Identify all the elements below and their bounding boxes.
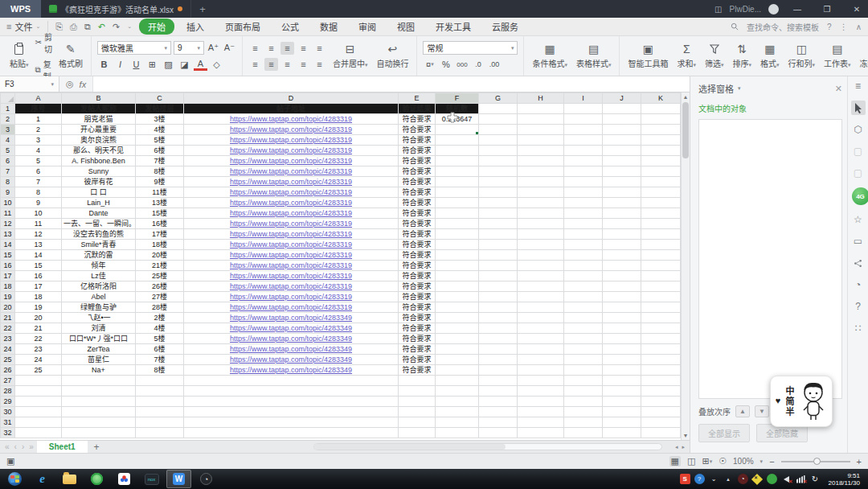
cell-empty[interactable]: [15, 407, 62, 417]
ribbon-tab-视图[interactable]: 视图: [388, 18, 424, 35]
wps-taskbar-button[interactable]: W: [166, 470, 191, 488]
row-header-11[interactable]: 11: [1, 208, 15, 219]
cell-nickname[interactable]: 刘清: [62, 323, 136, 334]
cell-seq[interactable]: 16: [15, 271, 62, 281]
tray-help-icon[interactable]: ?: [694, 474, 705, 484]
drag-handle-icon[interactable]: ≡: [851, 79, 866, 93]
cell-empty[interactable]: [136, 407, 184, 417]
row-header-21[interactable]: 21: [1, 313, 15, 323]
cell-url[interactable]: https://www.taptap.com/topic/4283319: [184, 281, 399, 292]
cell-floor[interactable]: 3楼: [136, 114, 184, 125]
cell-empty[interactable]: [564, 302, 603, 313]
cell-empty[interactable]: [518, 177, 564, 187]
row-header-19[interactable]: 19: [1, 292, 15, 302]
page-layout-view-icon[interactable]: ⊞▾: [702, 456, 712, 466]
cell-url[interactable]: https://www.taptap.com/topic/4283319: [184, 261, 399, 271]
stack-up-button[interactable]: ▲: [735, 405, 750, 417]
cell-nickname[interactable]: 没空去钓鱼的熊: [62, 229, 136, 240]
row-header-3[interactable]: 3: [1, 125, 15, 135]
cut-button[interactable]: ✂剪切: [35, 31, 52, 55]
cell-url[interactable]: https://www.taptap.com/topic/4283319: [184, 271, 399, 281]
cell-nickname[interactable]: 倾年: [62, 261, 136, 271]
zoom-level[interactable]: 100%: [733, 457, 754, 466]
cell-floor[interactable]: 7楼: [136, 355, 184, 365]
cell-empty[interactable]: [564, 208, 603, 219]
row-header-31[interactable]: 31: [1, 417, 15, 428]
cell-empty[interactable]: [564, 397, 603, 407]
cell-seq[interactable]: 17: [15, 281, 62, 292]
cell-empty[interactable]: [603, 250, 641, 261]
cell-empty[interactable]: [603, 397, 641, 407]
cell-url[interactable]: https://www.taptap.com/topic/4283319: [184, 135, 399, 146]
minimize-button[interactable]: —: [786, 0, 809, 18]
cell-empty[interactable]: [641, 135, 681, 146]
zoom-out-button[interactable]: −: [769, 457, 774, 466]
align-center-icon[interactable]: ≡: [264, 58, 278, 71]
cell-random[interactable]: [436, 302, 479, 313]
col-header-K[interactable]: K: [641, 93, 681, 104]
clear-format-button[interactable]: ◇: [210, 58, 223, 71]
cell-nickname[interactable]: Abel: [62, 292, 136, 302]
align-right-icon[interactable]: ≡: [280, 58, 294, 71]
cell-empty[interactable]: [603, 313, 641, 323]
cell-result[interactable]: 符合要求: [399, 323, 436, 334]
cell-empty[interactable]: [603, 355, 641, 365]
cell-nickname[interactable]: 彼岸有花: [62, 177, 136, 187]
header-cell[interactable]: 序号: [15, 104, 62, 114]
row-header-25[interactable]: 25: [1, 355, 15, 365]
ribbon-tab-公式[interactable]: 公式: [272, 18, 308, 35]
cell-empty[interactable]: [518, 250, 564, 261]
col-header-F[interactable]: F: [436, 93, 479, 104]
cell-nickname[interactable]: Smile*青春: [62, 240, 136, 250]
cell-empty[interactable]: [564, 187, 603, 198]
cell-empty[interactable]: [603, 208, 641, 219]
cell-empty[interactable]: [479, 365, 518, 376]
stack-down-button[interactable]: ▼: [755, 405, 769, 417]
cell-empty[interactable]: [479, 281, 518, 292]
cell-url[interactable]: https://www.taptap.com/topic/4283319: [184, 125, 399, 135]
cell-floor[interactable]: 9楼: [136, 177, 184, 187]
topic-link[interactable]: https://www.taptap.com/topic/4283319: [230, 230, 352, 238]
add-sheet-button[interactable]: +: [89, 441, 104, 453]
cell-result[interactable]: 符合要求: [399, 156, 436, 166]
row-header-13[interactable]: 13: [1, 229, 15, 240]
topic-link[interactable]: https://www.taptap.com/topic/4283319: [230, 303, 352, 311]
more-menu-icon[interactable]: ⋮: [840, 23, 848, 31]
scroll-up-icon[interactable]: ▲: [683, 92, 689, 101]
zoom-slider[interactable]: [781, 461, 850, 462]
indent-decrease-icon[interactable]: ≡: [297, 42, 310, 55]
cell-empty[interactable]: [564, 177, 603, 187]
chevron-down-icon[interactable]: ▾: [738, 85, 741, 92]
cell-seq[interactable]: 1: [15, 114, 62, 125]
share-panel-icon[interactable]: [851, 256, 866, 270]
cell-empty[interactable]: [518, 407, 564, 417]
cell-empty[interactable]: [436, 386, 479, 397]
customize-toolbar-icon[interactable]: ⌄: [127, 23, 132, 30]
font-color-button[interactable]: A: [194, 58, 207, 71]
cell-floor[interactable]: 20楼: [136, 250, 184, 261]
rows-cols-button[interactable]: ◫ 行和列▾: [786, 42, 818, 70]
select-all-corner[interactable]: [1, 93, 15, 104]
cell-random[interactable]: [436, 344, 479, 355]
cell-empty[interactable]: [436, 376, 479, 386]
cell-empty[interactable]: [479, 302, 518, 313]
cell-empty[interactable]: [479, 240, 518, 250]
topic-link[interactable]: https://www.taptap.com/topic/4283319: [230, 157, 352, 165]
cell-floor[interactable]: 6楼: [136, 344, 184, 355]
cell-empty[interactable]: [641, 386, 681, 397]
cell-empty[interactable]: [518, 166, 564, 177]
cell-result[interactable]: 符合要求: [399, 219, 436, 229]
cell-empty[interactable]: [564, 313, 603, 323]
topic-link[interactable]: https://www.taptap.com/topic/4283349: [230, 355, 352, 364]
cell-random[interactable]: [436, 135, 479, 146]
cell-random[interactable]: [436, 229, 479, 240]
cell-empty[interactable]: [564, 355, 603, 365]
cell-random[interactable]: [436, 250, 479, 261]
cell-floor[interactable]: 6楼: [136, 146, 184, 156]
cell-url[interactable]: https://www.taptap.com/topic/4283319: [184, 302, 399, 313]
cell-empty[interactable]: [518, 229, 564, 240]
green-app-button[interactable]: [84, 470, 109, 488]
cell-result[interactable]: 符合要求: [399, 166, 436, 177]
topic-link[interactable]: https://www.taptap.com/topic/4283319: [230, 220, 352, 228]
cell-empty[interactable]: [399, 386, 436, 397]
